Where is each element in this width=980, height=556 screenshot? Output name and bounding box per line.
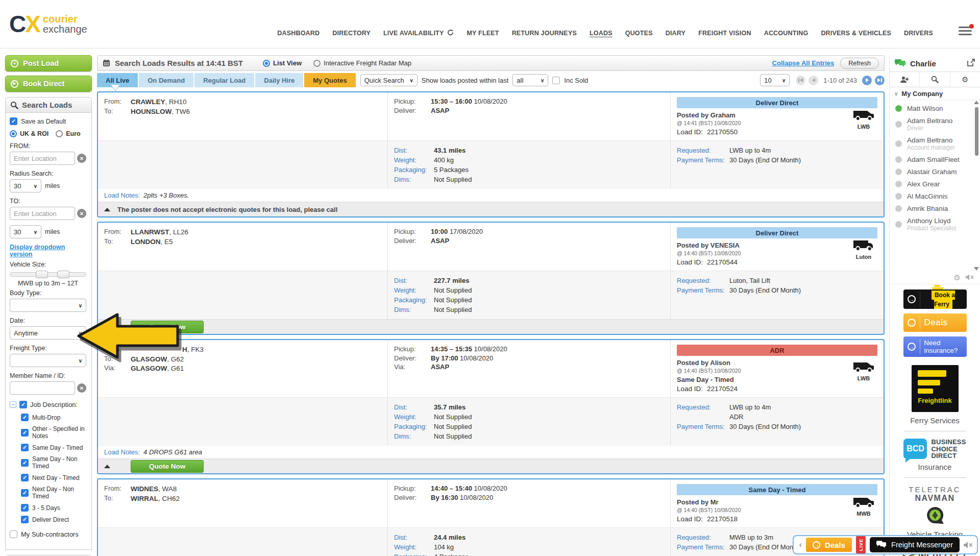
contact-anthony-lloyd[interactable]: Anthony LloydProduct Specialist [890, 214, 980, 234]
job-description-checkbox[interactable]: ✓ [19, 401, 27, 408]
from-location-input[interactable] [10, 152, 75, 165]
deals-button[interactable]: → Deals [806, 538, 852, 552]
search-contacts-button[interactable] [920, 72, 950, 87]
page-size-select[interactable]: 10∨ [760, 74, 790, 86]
quote-now-button[interactable]: Quote Now [131, 321, 204, 333]
load-card-2[interactable]: From:LLANRWST, LL26 To:LONDON, E5 Pickup… [97, 222, 885, 335]
job-nextday-nontimed-checkbox[interactable]: ✓ [21, 489, 29, 497]
prev-page-button[interactable] [808, 76, 818, 85]
collapse-all-link[interactable]: Collapse All Entries [772, 59, 835, 67]
list-view-radio[interactable]: List View [263, 59, 302, 67]
tab-my-quotes[interactable]: My Quotes [304, 73, 355, 87]
deals-ad[interactable]: → Deals [903, 313, 967, 332]
scroll-down-icon[interactable] [974, 267, 979, 271]
load-card-4[interactable]: From:WIDNES, WA8 To:WIRRAL, CH62 Pickup:… [97, 478, 885, 556]
nav-loads[interactable]: LOADS [590, 30, 612, 37]
collapse-card-icon[interactable] [104, 465, 110, 468]
radar-view-radio[interactable]: Interactive Freight Radar Map [313, 59, 411, 67]
save-default-checkbox[interactable]: ✓ [10, 117, 17, 125]
contacts-scrollbar[interactable] [974, 100, 979, 271]
mute-icon[interactable] [964, 542, 973, 548]
collapse-card-icon[interactable] [104, 325, 110, 329]
date-select[interactable]: Anytime∨ [10, 326, 86, 340]
last-page-button[interactable] [875, 76, 885, 85]
job-nextday-timed-checkbox[interactable]: ✓ [21, 474, 29, 481]
contact-adam-smallfleet[interactable]: Adam SmallFleet [890, 153, 980, 165]
collapse-card-icon[interactable] [104, 208, 110, 211]
first-page-button[interactable] [796, 76, 805, 85]
hamburger-menu-icon[interactable] [959, 27, 972, 37]
chevron-left-icon[interactable]: ‹ [799, 540, 802, 550]
contact-alex-grear[interactable]: Alex Grear [890, 178, 980, 190]
collapse-job-icon[interactable]: − [10, 401, 16, 408]
nav-directory[interactable]: DIRECTORY [332, 30, 371, 37]
nav-drivers-vehicles[interactable]: DRIVERS & VEHICLES [821, 30, 891, 37]
quick-search-select[interactable]: Quick Search∨ [360, 74, 418, 86]
contact-al-macginnis[interactable]: Al MacGinnis [890, 190, 980, 202]
contact-adam-beltrano-driver[interactable]: Adam BeltranoDriver [890, 114, 980, 134]
region-euro-radio[interactable] [56, 130, 63, 137]
job-other-checkbox[interactable]: ✓ [21, 429, 29, 437]
gear-icon[interactable]: ⚙ [954, 273, 961, 282]
clear-from-icon[interactable]: ✕ [77, 154, 86, 163]
region-uk-radio[interactable] [10, 130, 17, 137]
contact-amrik-bhania[interactable]: Amrik Bhania [890, 202, 980, 214]
job-deliver-direct-checkbox[interactable]: ✓ [21, 516, 29, 523]
nav-accounting[interactable]: ACCOUNTING [764, 30, 808, 37]
body-type-select[interactable]: ∨ [10, 299, 86, 312]
contact-alastair-graham[interactable]: Alastair Graham [890, 165, 980, 178]
book-direct-button[interactable]: ▶ Book Direct [5, 76, 92, 92]
refresh-button[interactable]: Refresh [840, 58, 879, 69]
sub-contractors-checkbox[interactable] [10, 530, 17, 538]
job-sameday-timed-checkbox[interactable]: ✓ [21, 444, 29, 451]
add-contact-button[interactable] [890, 72, 920, 87]
load-card-3[interactable]: From:H, FK3 To:GLASGOW, G62 Via:GLASGOW,… [97, 339, 885, 474]
nav-return-journeys[interactable]: RETURN JOURNEYS [512, 30, 577, 37]
load-card-1[interactable]: From:CRAWLEY, RH10 To:HOUNSLOW, TW6 Pick… [97, 91, 885, 217]
tab-regular-load[interactable]: Regular Load [194, 73, 254, 87]
vehicle-size-slider[interactable] [10, 272, 86, 277]
from-radius-select[interactable]: 30∨ [10, 179, 41, 192]
nav-my-fleet[interactable]: MY FLEET [467, 30, 499, 37]
contact-matt-wilson[interactable]: Matt Wilson [890, 102, 980, 114]
nav-drivers[interactable]: DRIVERS [904, 30, 933, 37]
to-location-input[interactable] [10, 207, 75, 220]
insurance-ad[interactable]: → Need insurance? [903, 336, 967, 357]
scroll-up-icon[interactable] [974, 101, 979, 104]
next-page-button[interactable] [862, 76, 872, 85]
nav-freight-vision[interactable]: FREIGHT VISION [698, 30, 751, 37]
freight-messenger-button[interactable]: Freight Messenger [870, 537, 960, 552]
nav-live-availability[interactable]: LIVE AVAILABILITY [383, 30, 444, 37]
job-sameday-nontimed-checkbox[interactable]: ✓ [21, 459, 29, 467]
bcd-logo[interactable]: BCD BUSINESS CHOICE DIRECT [890, 439, 980, 460]
job-multidrop-checkbox[interactable]: ✓ [21, 414, 29, 421]
clear-member-icon[interactable]: ✕ [77, 383, 86, 393]
scrollbar-thumb[interactable] [975, 107, 978, 156]
tab-daily-hire[interactable]: Daily Hire [255, 73, 303, 87]
freightlink-logo[interactable]: Freightlink [912, 365, 959, 412]
slider-handle-max[interactable] [57, 271, 69, 278]
display-dropdown-link[interactable]: Display dropdown version [10, 244, 65, 258]
teletrac-navman-logo[interactable]: TELETRAC NAVMAN [890, 485, 980, 527]
post-load-button[interactable]: + Post Load [5, 55, 92, 71]
nav-diary[interactable]: DIARY [666, 30, 685, 37]
messenger-settings-button[interactable]: ⚙ [950, 72, 980, 87]
quote-now-button[interactable]: Quote Now [131, 460, 204, 473]
posted-within-select[interactable]: all∨ [512, 74, 548, 86]
member-input[interactable] [10, 381, 75, 395]
mute-icon[interactable] [966, 273, 974, 282]
slider-handle-min[interactable] [36, 271, 48, 278]
clear-to-icon[interactable]: ✕ [77, 209, 86, 218]
nav-dashboard[interactable]: DASHBOARD [277, 30, 320, 37]
contact-adam-beltrano-manager[interactable]: Adam BeltranoAccount manager [890, 134, 980, 153]
to-radius-select[interactable]: 30∨ [10, 225, 41, 238]
freight-type-select[interactable]: ∨ [10, 354, 86, 367]
book-ferry-ad[interactable]: → Book a Ferry [903, 289, 967, 309]
popout-icon[interactable] [967, 59, 975, 68]
tab-on-demand[interactable]: On Demand [139, 73, 193, 87]
refresh-icon[interactable] [447, 29, 454, 38]
job-35days-checkbox[interactable]: ✓ [21, 504, 29, 512]
inc-sold-checkbox[interactable] [552, 77, 560, 84]
group-my-company[interactable]: ∨ My Company [890, 87, 980, 100]
cx-logo[interactable]: C X courier exchange [9, 10, 87, 38]
